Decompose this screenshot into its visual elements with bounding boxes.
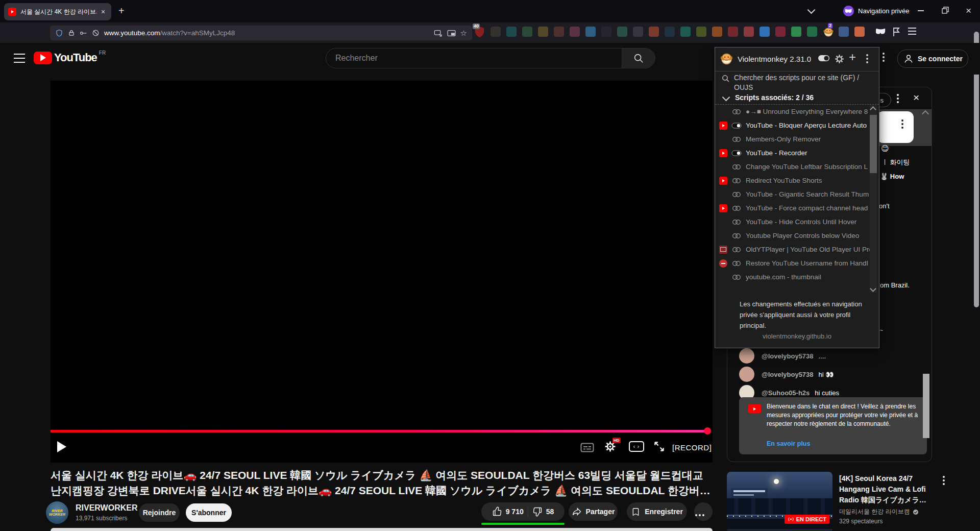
bookmark-star-icon[interactable]: ☆ [460, 29, 467, 38]
search-bar[interactable] [326, 48, 655, 68]
subtitles-button[interactable] [580, 443, 594, 452]
tracking-shield-icon[interactable] [55, 29, 63, 37]
bookmark-flag-icon[interactable] [892, 27, 900, 37]
sign-in-button[interactable]: Se connecter [897, 50, 968, 68]
extension-icon[interactable] [570, 27, 580, 37]
extension-icon[interactable] [775, 27, 786, 37]
vm-script-row[interactable]: youtube.com - thumbnail [715, 270, 879, 284]
toggle-on-icon[interactable] [731, 123, 742, 129]
toggle-off-icon[interactable] [731, 247, 742, 253]
extension-icon[interactable] [854, 27, 865, 37]
toggle-off-icon[interactable] [731, 233, 742, 239]
recommended-channel[interactable]: 데일리서울 한강 라이브캠 [839, 508, 919, 516]
record-script-label[interactable]: [RECORD] [672, 443, 712, 452]
extension-icon[interactable] [807, 27, 817, 37]
screenshot-icon[interactable] [434, 29, 443, 37]
chat-avatar[interactable] [739, 348, 754, 364]
vm-settings-gear-icon[interactable] [834, 54, 845, 64]
extension-icon[interactable] [665, 27, 675, 37]
extension-icon[interactable] [791, 27, 801, 37]
channel-avatar[interactable]: RIVER WORKER [46, 501, 68, 524]
extension-icon[interactable] [491, 27, 501, 37]
chat-avatar[interactable] [739, 367, 754, 382]
lock-icon[interactable] [68, 29, 75, 37]
search-button[interactable] [622, 49, 655, 68]
save-button[interactable]: Enregistrer [627, 502, 687, 521]
toggle-off-icon[interactable] [731, 164, 742, 170]
firefox-menu-icon[interactable] [908, 28, 916, 37]
list-tabs-chevron-icon[interactable] [807, 6, 816, 14]
toggle-off-icon[interactable] [731, 191, 742, 198]
vm-script-row[interactable]: Redirect YouTube Shorts [715, 174, 879, 187]
extension-icon[interactable] [617, 27, 627, 37]
extension-icon[interactable] [728, 27, 738, 37]
extension-icon[interactable] [712, 27, 722, 37]
like-button[interactable]: 9 710 [492, 506, 524, 517]
vm-script-row[interactable]: ●→■ Unround Everything Everywhere 8 [715, 105, 879, 118]
chat-close-icon[interactable]: × [913, 91, 919, 104]
embed-controls-button[interactable]: ‹ › [629, 441, 644, 452]
toggle-off-icon[interactable] [731, 109, 742, 115]
vm-script-row[interactable]: Change YouTube Leftbar Subscription L [715, 160, 879, 174]
subscribe-button[interactable]: S'abonner [186, 503, 232, 522]
toggle-off-icon[interactable] [731, 136, 742, 142]
recommended-thumbnail[interactable]: EN DIRECT [727, 472, 832, 529]
toggle-off-icon[interactable] [731, 178, 742, 184]
toggle-off-icon[interactable] [731, 274, 742, 280]
extension-icon[interactable] [680, 27, 691, 37]
vm-script-row[interactable]: YouTube - Hide Controls Until Hover [715, 215, 879, 229]
ublock-icon[interactable]: 40 [474, 26, 485, 38]
join-button[interactable]: Rejoindre [139, 503, 180, 522]
fullscreen-button[interactable] [653, 441, 665, 452]
message-action-card[interactable] [877, 111, 914, 143]
vm-script-row[interactable]: Members-Only Remover [715, 132, 879, 146]
private-mask-toolbar-icon[interactable] [876, 28, 886, 35]
tab-close-icon[interactable]: × [101, 8, 105, 15]
permissions-icon[interactable] [80, 30, 87, 36]
vm-scripts-section-header[interactable]: Scripts associés: 2 / 36 [715, 90, 879, 104]
recommended-kebab-icon[interactable] [943, 476, 945, 478]
vm-script-row[interactable]: Youtube Player Controls below Video [715, 229, 879, 243]
toggle-off-icon[interactable] [731, 260, 742, 267]
extension-icon[interactable] [554, 27, 564, 37]
browser-tab[interactable]: 서울 실시간 4K 한강 라이브🚗 × [4, 3, 111, 20]
play-button[interactable] [57, 441, 66, 452]
extension-icon[interactable] [585, 27, 596, 37]
extension-icon[interactable] [839, 27, 849, 37]
picture-in-picture-icon[interactable] [447, 30, 456, 37]
recommended-title[interactable]: [4K] Seoul Korea 24/7 Hangang Live Cam &… [839, 473, 937, 505]
vm-script-row[interactable]: YouTube - Force compact channel head [715, 201, 879, 215]
violentmonkey-toolbar-icon[interactable]: 2 [823, 27, 834, 38]
toggle-off-icon[interactable] [731, 219, 742, 225]
share-button[interactable]: Partager [569, 502, 618, 521]
guide-hamburger-icon[interactable] [14, 54, 25, 66]
window-minimize-button[interactable] [918, 10, 924, 11]
vm-find-scripts-item[interactable]: Chercher des scripts pour ce site (GF) /… [715, 71, 879, 90]
video-player[interactable] [51, 81, 713, 463]
header-kebab-icon[interactable] [883, 53, 885, 55]
extension-icon[interactable] [538, 27, 548, 37]
extension-icon[interactable] [633, 27, 643, 37]
vm-scrollbar-thumb[interactable] [870, 115, 877, 173]
extension-icon[interactable] [601, 27, 611, 37]
more-actions-button[interactable] [694, 502, 713, 521]
vm-script-row[interactable]: OldYTPlayer | YouTube Old Player UI Pre [715, 243, 879, 256]
vm-enable-toggle[interactable] [818, 55, 830, 62]
vm-new-script-plus-icon[interactable]: + [849, 50, 856, 64]
youtube-logo[interactable]: YouTube FR [34, 51, 106, 64]
learn-more-link[interactable]: En savoir plus [767, 440, 810, 447]
chat-message[interactable]: @lovelyboy5738hi 👀 [739, 367, 834, 382]
vm-kebab-icon[interactable] [866, 54, 868, 56]
extension-icon[interactable] [506, 27, 517, 37]
channel-name[interactable]: RIVERWORKER [76, 503, 138, 513]
toggle-on-icon[interactable] [731, 150, 742, 156]
window-close-button[interactable]: × [966, 5, 971, 16]
vm-script-row[interactable]: Restore YouTube Username from Handl [715, 256, 879, 270]
extension-icon[interactable] [696, 27, 706, 37]
message-kebab-icon[interactable] [901, 119, 903, 122]
window-restore-button[interactable] [942, 7, 949, 14]
new-tab-button[interactable]: + [118, 5, 125, 17]
url-bar[interactable]: www.youtube.com/watch?v=ahSMyLJcp48 ☆ [50, 26, 472, 40]
vm-script-row[interactable]: YouTube - Gigantic Search Result Thum [715, 187, 879, 201]
toggle-off-icon[interactable] [731, 205, 742, 211]
